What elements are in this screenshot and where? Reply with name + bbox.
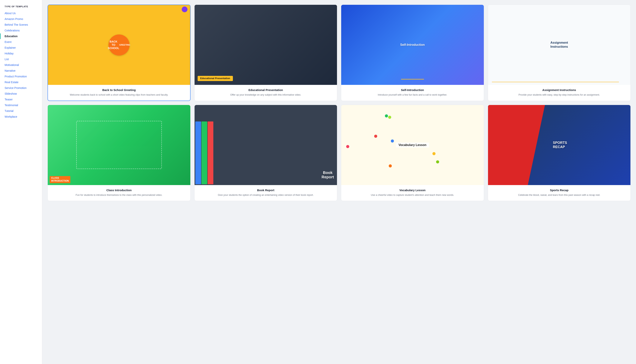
cards-grid-row1: BACK TOSCHOOLGREETINGBack to School Gree… <box>48 4 631 101</box>
template-card[interactable]: Self-IntroductionSelf-IntroductionIntrod… <box>341 4 484 101</box>
card-title: Class Introduction <box>51 188 187 192</box>
template-card[interactable]: Vocabulary LessonVocabulary LessonUse a … <box>341 105 484 201</box>
sidebar-item-workplace[interactable]: Workplace <box>0 114 42 120</box>
sidebar-item-explainer[interactable]: Explainer <box>0 45 42 50</box>
sidebar-item-amazon-promo[interactable]: Amazon Promo <box>0 16 42 22</box>
card-title: Assignment Instructions <box>491 88 627 92</box>
card-title: Vocabulary Lesson <box>344 188 481 192</box>
sidebar-item-holiday[interactable]: Holiday <box>0 50 42 56</box>
sidebar-items-list: About UsAmazon PromoBehind The ScenesCel… <box>0 10 42 120</box>
card-description: Fun for students to introduce themselves… <box>51 193 187 197</box>
card-description: Introduce yourself with a few fun facts … <box>344 93 481 97</box>
sidebar-heading: TYPE OF TEMPLATE <box>0 5 42 10</box>
sidebar-item-education[interactable]: Education <box>0 33 42 39</box>
card-description: Use a cheerful video to capture student'… <box>344 193 481 197</box>
sidebar-item-tutorial[interactable]: Tutorial <box>0 108 42 114</box>
sidebar-item-product-promotion[interactable]: Product Promotion <box>0 74 42 79</box>
sidebar-item-about-us[interactable]: About Us <box>0 10 42 16</box>
card-title: Self-Introduction <box>344 88 481 92</box>
card-description: Offer up your knowledge on any subject w… <box>198 93 334 97</box>
card-description: Provide your students with easy, step-by… <box>491 93 627 97</box>
card-title: Back to School Greeting <box>51 88 187 92</box>
card-title: Educational Presentation <box>198 88 334 92</box>
sidebar-item-narrative[interactable]: Narrative <box>0 68 42 74</box>
card-description: Celebrate the blood, sweat, and tears fr… <box>491 193 627 197</box>
card-title: Book Report <box>198 188 334 192</box>
card-description: Give your students the option of creatin… <box>198 193 334 197</box>
sidebar-item-event[interactable]: Event <box>0 39 42 45</box>
template-card[interactable]: AssignmentInstructionsAssignment Instruc… <box>488 4 631 101</box>
sidebar-item-slideshow[interactable]: Slideshow <box>0 91 42 96</box>
sidebar-item-behind-the-scenes[interactable]: Behind The Scenes <box>0 22 42 28</box>
sidebar-item-service-promotion[interactable]: Service Promotion <box>0 85 42 91</box>
template-card[interactable]: CLASSINTRODUCTIONClass IntroductionFun f… <box>48 105 191 201</box>
sidebar-item-real-estate[interactable]: Real Estate <box>0 79 42 85</box>
card-title: Sports Recap <box>491 188 627 192</box>
sidebar-item-list[interactable]: List <box>0 56 42 62</box>
template-card[interactable]: BACK TOSCHOOLGREETINGBack to School Gree… <box>48 4 191 101</box>
template-card[interactable]: BookReportBook ReportGive your students … <box>194 105 337 201</box>
template-card[interactable]: SPORTSRECAPSports RecapCelebrate the blo… <box>488 105 631 201</box>
main-content: BACK TOSCHOOLGREETINGBack to School Gree… <box>42 0 636 364</box>
sidebar: TYPE OF TEMPLATE About UsAmazon PromoBeh… <box>0 0 42 364</box>
cards-grid-row2: CLASSINTRODUCTIONClass IntroductionFun f… <box>48 105 631 201</box>
sidebar-item-teaser[interactable]: Teaser <box>0 96 42 102</box>
card-description: Welcome students back to school with a s… <box>51 93 187 97</box>
sidebar-item-motivational[interactable]: Motivational <box>0 62 42 68</box>
sidebar-item-testimonial[interactable]: Testimonial <box>0 102 42 108</box>
template-card[interactable]: Educational PresentationEducational Pres… <box>194 4 337 101</box>
sidebar-item-celebrations[interactable]: Celebrations <box>0 28 42 33</box>
